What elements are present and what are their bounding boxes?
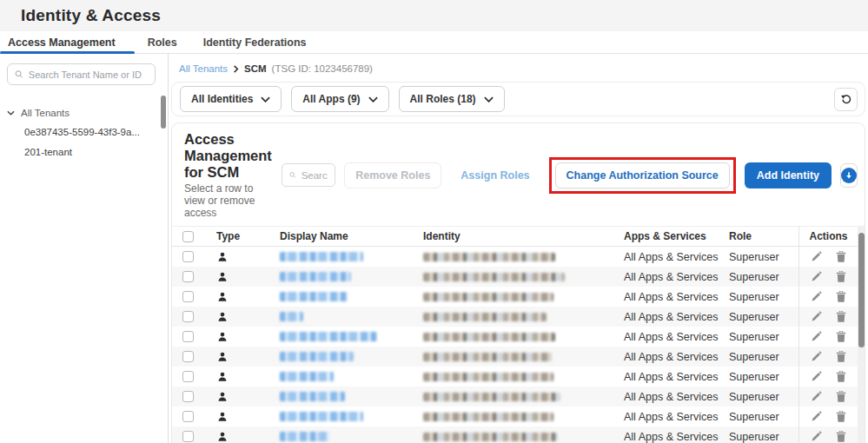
change-authorization-source-button[interactable]: Change Authorization Source (555, 162, 730, 188)
identities-filter-label: All Identities (191, 93, 253, 105)
breadcrumb: All Tenants SCM (TSG ID: 1023456789) (169, 54, 868, 74)
row-checkbox[interactable] (182, 431, 194, 442)
row-checkbox[interactable] (182, 371, 194, 382)
display-name-redacted (280, 392, 345, 401)
user-type-icon (216, 431, 229, 443)
table-row[interactable]: All Apps & Services Superuser (172, 327, 858, 347)
edit-icon[interactable] (811, 311, 822, 322)
user-type-icon (216, 331, 229, 343)
edit-icon[interactable] (811, 251, 822, 262)
tab-roles[interactable]: Roles (135, 31, 190, 53)
table-row[interactable]: All Apps & Services Superuser (172, 407, 858, 426)
role-cell: Superuser (724, 327, 798, 347)
table-row[interactable]: All Apps & Services Superuser (172, 367, 858, 387)
download-button[interactable] (840, 163, 858, 188)
row-checkbox[interactable] (182, 291, 194, 302)
table-row[interactable]: All Apps & Services Superuser (172, 307, 858, 327)
edit-icon[interactable] (811, 411, 822, 422)
delete-icon[interactable] (836, 431, 846, 442)
apps-filter-dropdown[interactable]: All Apps (9) (291, 86, 388, 112)
edit-icon[interactable] (811, 291, 822, 302)
table-row[interactable]: All Apps & Services Superuser (172, 267, 858, 287)
remove-roles-button[interactable]: Remove Roles (344, 162, 441, 188)
filter-bar: All Identities All Apps (9) All Roles (1… (171, 82, 865, 116)
breadcrumb-all-tenants-link[interactable]: All Tenants (179, 63, 228, 74)
chevron-down-icon (261, 96, 270, 102)
identity-redacted (423, 393, 560, 401)
table-vertical-scrollbar[interactable] (858, 226, 865, 443)
tenant-search-input[interactable] (29, 69, 148, 80)
delete-icon[interactable] (836, 271, 846, 282)
breadcrumb-chevron-icon (233, 65, 239, 73)
edit-icon[interactable] (811, 431, 822, 442)
row-checkbox[interactable] (182, 311, 194, 322)
edit-icon[interactable] (811, 351, 822, 362)
user-type-icon (216, 411, 229, 423)
identity-redacted (423, 333, 555, 341)
delete-icon[interactable] (836, 371, 846, 382)
row-checkbox[interactable] (182, 331, 194, 342)
select-all-checkbox[interactable] (182, 231, 194, 242)
delete-icon[interactable] (836, 351, 846, 362)
roles-filter-dropdown[interactable]: All Roles (18) (399, 86, 505, 112)
delete-icon[interactable] (836, 311, 846, 322)
tree-node-tenant-1[interactable]: 0e387435-5599-43f3-9a... (0, 122, 168, 142)
table-row[interactable]: All Apps & Services Superuser (172, 426, 858, 443)
user-type-icon (216, 391, 229, 403)
role-cell: Superuser (724, 247, 798, 267)
row-checkbox[interactable] (182, 271, 194, 282)
display-name-redacted (280, 252, 363, 261)
column-header-role[interactable]: Role (724, 227, 798, 246)
identity-redacted (423, 273, 565, 281)
breadcrumb-current: SCM (244, 63, 267, 74)
delete-icon[interactable] (836, 251, 846, 262)
identities-filter-dropdown[interactable]: All Identities (180, 86, 282, 112)
identity-search-box[interactable] (282, 163, 335, 187)
card-header: Access Management for SCM Select a row t… (172, 123, 865, 226)
column-header-apps-services[interactable]: Apps & Services (615, 227, 724, 246)
edit-icon[interactable] (811, 271, 822, 282)
row-checkbox[interactable] (182, 391, 194, 402)
table-row[interactable]: All Apps & Services Superuser (172, 387, 858, 407)
row-checkbox[interactable] (182, 411, 194, 422)
delete-icon[interactable] (836, 291, 846, 302)
reset-filters-button[interactable] (834, 88, 858, 111)
tab-bar: Access Management Roles Identity Federat… (0, 31, 868, 54)
display-name-redacted (280, 432, 330, 441)
role-cell: Superuser (724, 367, 798, 387)
delete-icon[interactable] (836, 391, 846, 402)
assign-roles-button[interactable]: Assign Roles (450, 163, 540, 188)
identity-redacted (423, 373, 553, 381)
edit-icon[interactable] (811, 391, 822, 402)
table-row[interactable]: All Apps & Services Superuser (172, 347, 858, 367)
chevron-down-icon (368, 96, 378, 102)
column-header-display-name[interactable]: Display Name (275, 227, 417, 246)
identity-redacted (423, 353, 552, 361)
tab-access-management[interactable]: Access Management (0, 31, 135, 53)
role-cell: Superuser (724, 387, 798, 407)
apps-cell: All Apps & Services (615, 267, 724, 287)
delete-icon[interactable] (836, 411, 846, 422)
edit-icon[interactable] (811, 331, 822, 342)
apps-cell: All Apps & Services (615, 347, 724, 367)
apps-filter-label: All Apps (9) (302, 93, 360, 105)
vertical-scrollbar-thumb[interactable] (858, 233, 865, 347)
column-header-identity[interactable]: Identity (417, 227, 615, 246)
edit-icon[interactable] (811, 371, 822, 382)
add-identity-button[interactable]: Add Identity (745, 162, 832, 188)
tenant-search-box[interactable] (7, 63, 156, 85)
row-checkbox[interactable] (182, 351, 194, 362)
table-row[interactable]: All Apps & Services Superuser (172, 247, 858, 267)
tab-identity-federations[interactable]: Identity Federations (190, 31, 320, 53)
identity-search-input[interactable] (301, 170, 328, 181)
table-row[interactable]: All Apps & Services Superuser (172, 287, 858, 307)
tree-node-tenant-2[interactable]: 201-tenant (0, 142, 168, 162)
tree-node-all-tenants[interactable]: All Tenants (0, 104, 168, 122)
column-header-type[interactable]: Type (207, 227, 275, 246)
breadcrumb-tsg-id: (TSG ID: 1023456789) (272, 63, 373, 74)
sidebar-scrollbar[interactable] (161, 96, 166, 129)
user-type-icon (216, 271, 229, 283)
delete-icon[interactable] (836, 331, 846, 342)
row-checkbox[interactable] (182, 251, 194, 262)
identity-access-app: Identity & Access Access Management Role… (0, 0, 868, 443)
